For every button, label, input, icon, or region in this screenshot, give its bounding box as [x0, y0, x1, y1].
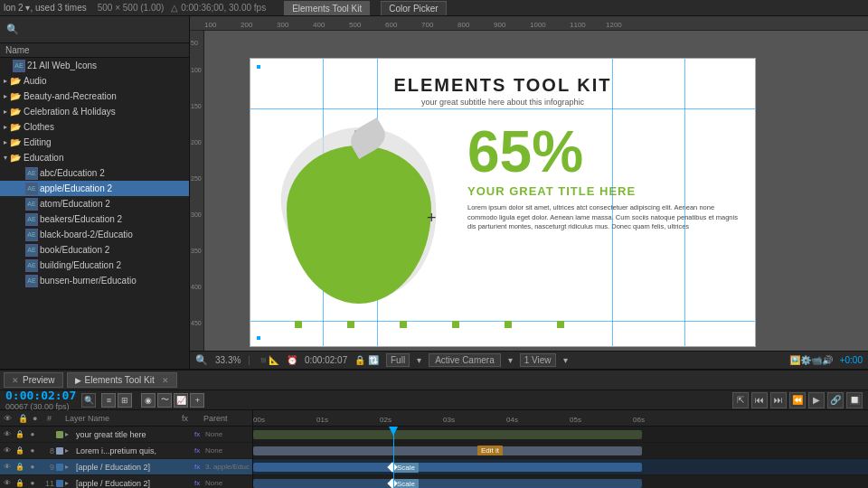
search-icon[interactable]: 🔍: [5, 23, 20, 37]
layer-expand-0[interactable]: ▸: [65, 430, 74, 438]
file-list: AE21 All Web_Icons▸📂Audio▸📂Beauty-and-Re…: [0, 58, 189, 369]
tl-mode-1[interactable]: ≡: [101, 393, 116, 408]
file-item-beauty[interactable]: ▸📂Beauty-and-Recreation: [0, 89, 189, 104]
corner-handle-tl[interactable]: [256, 64, 261, 70]
kf-row-1: [253, 427, 868, 443]
file-item-bunsen[interactable]: AEbunsen-burner/Educatio: [0, 273, 189, 288]
layer-eye-0[interactable]: 👁: [2, 429, 13, 440]
timeline-header: 👁 🔒 ● # Layer Name fx Parent 00s 01s 02s…: [0, 410, 868, 427]
center-panel: 100 200 300 400 500 600 700 800 900 1000…: [190, 16, 868, 369]
layer-solo-2[interactable]: ●: [27, 462, 38, 473]
layer-solo-0[interactable]: ●: [27, 429, 38, 440]
file-icon: AE: [25, 244, 38, 257]
tl-icon-2[interactable]: ⏮: [751, 392, 768, 408]
playhead[interactable]: [393, 427, 394, 488]
canvas-controls-1[interactable]: ◾📐: [258, 355, 279, 365]
layer-lock-0[interactable]: 🔒: [14, 429, 25, 440]
file-item-blackboard[interactable]: AEblack-board-2/Educatio: [0, 227, 189, 242]
tl-icon-5[interactable]: ▶: [808, 392, 825, 408]
layer-row-0[interactable]: 👁 🔒 ● ▸ your great title here fx None: [0, 427, 252, 443]
zoom-level[interactable]: 33.3%: [215, 355, 241, 365]
file-item-building[interactable]: AEbuilding/Education 2: [0, 258, 189, 273]
layer-row-2[interactable]: 👁 🔒 ● 9 ▸ [apple / Education 2] fx 3. ap…: [0, 459, 252, 475]
file-item-editing[interactable]: ▸📂Editing: [0, 135, 189, 150]
folder-icon: 📂: [9, 106, 22, 118]
guideline-v3: [612, 59, 613, 346]
layer-row-3[interactable]: 👁 🔒 ● 11 ▸ [apple / Education 2] fx None: [0, 475, 252, 488]
tl-icon-6[interactable]: 🔗: [827, 392, 844, 408]
layer-lock-1[interactable]: 🔒: [14, 446, 25, 456]
kf-bar-2: [253, 446, 642, 455]
file-item-21[interactable]: AE21 All Web_Icons: [0, 58, 189, 73]
file-item-book[interactable]: AEbook/Education 2: [0, 242, 189, 258]
layer-solo-1[interactable]: ●: [27, 446, 38, 456]
layer-fx-3[interactable]: fx: [194, 479, 203, 487]
file-icon: AE: [25, 167, 38, 180]
tab-color-picker[interactable]: Color Picker: [381, 1, 446, 15]
tab-preview[interactable]: ✕ Preview: [4, 372, 63, 388]
layer-fx-1[interactable]: fx: [194, 446, 203, 455]
tick-04s: 04s: [506, 416, 518, 424]
file-item-abc[interactable]: AEabc/Education 2: [0, 165, 189, 181]
corner-handle-bl[interactable]: [256, 335, 261, 341]
layer-eye-3[interactable]: 👁: [2, 478, 13, 489]
layer-expand-1[interactable]: ▸: [65, 446, 74, 455]
view-selector[interactable]: Full: [386, 353, 410, 367]
tl-btn-solo[interactable]: ◉: [141, 393, 156, 408]
canvas-controls-3[interactable]: 🔒 🔃: [354, 355, 379, 365]
tl-icon-3[interactable]: ⏭: [770, 392, 787, 408]
tab-timeline[interactable]: ▶ Elements Tool Kit ✕: [67, 372, 177, 388]
tl-icon-1[interactable]: ⇱: [732, 392, 749, 408]
file-item-apple[interactable]: AEapple/Education 2: [0, 181, 189, 196]
tab-elements-tool-kit[interactable]: Elements Tool Kit: [284, 1, 370, 15]
layer-eye-2[interactable]: 👁: [2, 462, 13, 473]
tl-icon-7[interactable]: 🔲: [846, 392, 863, 408]
layer-expand-2[interactable]: ▸: [65, 463, 74, 471]
file-label: beakers/Education 2: [40, 214, 122, 224]
layer-fx-2[interactable]: fx: [194, 463, 203, 471]
current-time[interactable]: 0:00:02:07: [5, 389, 76, 402]
layer-parent-1: None: [205, 446, 250, 455]
fx-header: fx: [182, 414, 200, 423]
tl-mode-2[interactable]: ⊞: [118, 393, 132, 408]
guide-dot-2: [347, 321, 354, 328]
render-controls[interactable]: 🖼️⚙️📹🔊: [789, 355, 833, 365]
tl-btn-motion[interactable]: 〜: [157, 393, 172, 408]
canvas-content: ELEMENTS TOOL KIT your great subtitle he…: [204, 31, 868, 351]
layer-solo-3[interactable]: ●: [27, 478, 38, 489]
kf-row-4: Scale: [253, 475, 868, 488]
preview-tab-close[interactable]: ✕: [12, 376, 19, 385]
file-label: Clothes: [24, 122, 54, 132]
layer-lock-3[interactable]: 🔒: [14, 478, 25, 489]
guide-dot-5: [505, 321, 512, 328]
tl-btn-graph[interactable]: 📈: [174, 393, 188, 408]
kf-row-2: Edit it: [253, 443, 868, 459]
tl-btn-add[interactable]: +: [190, 393, 204, 408]
canvas-controls-2[interactable]: ⏰: [287, 355, 297, 365]
views-selector[interactable]: 1 View: [520, 353, 556, 367]
search-tl[interactable]: 🔍: [81, 393, 96, 408]
num-header: #: [47, 414, 61, 423]
file-icon: AE: [13, 60, 25, 72]
file-item-audio[interactable]: ▸📂Audio: [0, 73, 189, 89]
folder-icon: 📂: [9, 75, 22, 88]
layer-expand-3[interactable]: ▸: [65, 479, 74, 487]
layer-row-1[interactable]: 👁 🔒 ● 8 ▸ Lorem i...pretium quis, fx Non…: [0, 443, 252, 459]
tl-icon-4[interactable]: ⏪: [789, 392, 806, 408]
file-item-clothes[interactable]: ▸📂Clothes: [0, 119, 189, 135]
layer-lock-2[interactable]: 🔒: [14, 462, 25, 473]
timeline-tab-close[interactable]: ✕: [162, 376, 169, 385]
layer-fx-0[interactable]: fx: [194, 430, 203, 438]
file-item-beakers[interactable]: AEbeakers/Education 2: [0, 211, 189, 227]
ruler-left-wrap: 50 100 150 200 250 300 350 400 450: [190, 31, 868, 351]
tl-icon-group: ⇱ ⏮ ⏭ ⏪ ▶ 🔗 🔲: [732, 392, 863, 408]
infographic-subtitle: your great subtitle here about this info…: [250, 98, 755, 107]
camera-selector[interactable]: Active Camera: [429, 353, 501, 367]
file-item-education[interactable]: ▾📂Education: [0, 150, 189, 165]
layer-num-3: 11: [40, 479, 54, 488]
layer-eye-1[interactable]: 👁: [2, 446, 13, 456]
file-item-celebration[interactable]: ▸📂Celebration & Holidays: [0, 104, 189, 119]
file-icon: AE: [25, 213, 38, 226]
project-name: lon 2 ▾, used 3 times: [4, 3, 87, 13]
file-item-atom[interactable]: AEatom/Education 2: [0, 196, 189, 211]
